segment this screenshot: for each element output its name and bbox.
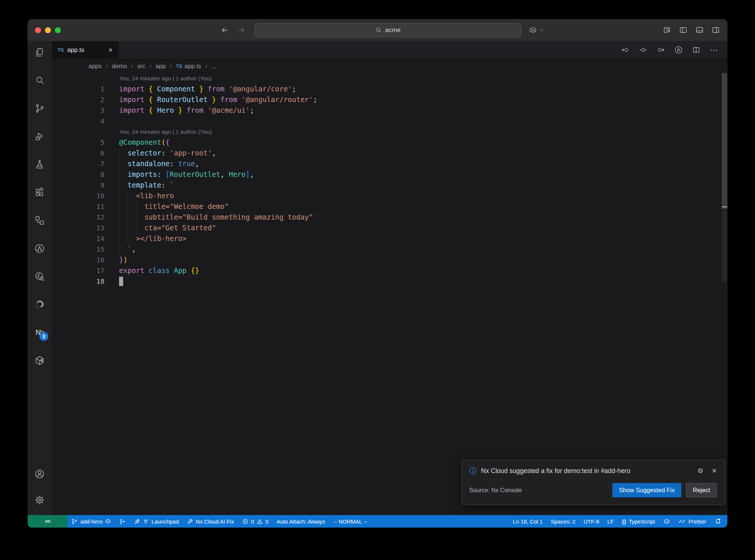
code-line[interactable]: 10 <lib-hero — [52, 190, 727, 201]
encoding-item[interactable]: UTF-8 — [580, 515, 603, 528]
sidebar-item-graph-search[interactable] — [34, 271, 45, 282]
code-line[interactable]: 17export class App {} — [52, 265, 727, 276]
code-line[interactable]: 7 standalone: true, — [52, 158, 727, 169]
breadcrumb-item[interactable]: apps — [88, 63, 102, 70]
remote-indicator[interactable]: >< — [28, 515, 67, 528]
breadcrumb-item[interactable]: src — [137, 63, 145, 70]
notification-settings-icon[interactable]: ⚙ — [697, 467, 703, 475]
launchpad-item[interactable]: Launchpad — [130, 515, 183, 528]
show-suggested-fix-button[interactable]: Show Suggested Fix — [612, 483, 681, 497]
problems-item[interactable]: 0 0 — [238, 515, 273, 528]
breadcrumb-item[interactable]: demo — [112, 63, 127, 70]
sidebar-item-containers[interactable] — [34, 355, 45, 366]
graph-icon[interactable] — [674, 46, 683, 54]
sidebar-item-search[interactable] — [34, 75, 45, 86]
reject-button[interactable]: Reject — [686, 483, 717, 497]
files-icon — [34, 47, 45, 58]
toggle-panel-right-icon[interactable] — [711, 26, 720, 34]
code-line[interactable]: 8 imports: [RouterOutlet, Hero], — [52, 169, 727, 180]
git-graph-item[interactable] — [115, 515, 130, 528]
code-line[interactable]: 16}) — [52, 255, 727, 265]
cloud-upload-icon — [105, 518, 111, 525]
close-window-button[interactable] — [35, 27, 41, 33]
search-query: acme — [385, 27, 401, 34]
code-line[interactable]: 15 `, — [52, 244, 727, 255]
indent-guide — [128, 190, 128, 201]
notifications-bell[interactable] — [710, 515, 727, 528]
sidebar-item-workflow[interactable] — [34, 215, 45, 226]
prettier-item[interactable]: ✓✓ Prettier — [674, 515, 711, 528]
indent-guide — [119, 244, 119, 255]
code-line[interactable]: 1import { Component } from '@angular/cor… — [52, 84, 727, 94]
toggle-panel-left-icon[interactable] — [679, 26, 688, 34]
code-line[interactable]: 9 template: ` — [52, 180, 727, 190]
zoom-window-button[interactable] — [55, 27, 61, 33]
code-line[interactable]: 4 — [52, 116, 727, 126]
breadcrumb-item-file[interactable]: TS app.ts — [176, 63, 201, 70]
code-line[interactable]: 14 ></lib-hero> — [52, 233, 727, 244]
customize-layout-icon[interactable] — [663, 26, 671, 34]
sidebar-item-project-graph[interactable] — [34, 243, 45, 254]
account-button[interactable] — [34, 469, 45, 479]
line-number: 5 — [52, 137, 104, 148]
code-line[interactable]: 2import { RouterOutlet } from '@angular/… — [52, 94, 727, 105]
code-editor[interactable]: You, 24 minutes ago | 1 author (You)1imp… — [52, 73, 727, 515]
sidebar-item-explorer[interactable] — [34, 47, 45, 58]
breadcrumb-separator: › — [106, 62, 108, 70]
notification-close-icon[interactable]: ✕ — [711, 467, 717, 475]
indent-guide — [128, 201, 128, 212]
next-change-icon[interactable] — [657, 46, 665, 54]
copilot-menu[interactable] — [529, 26, 544, 34]
editor-cursor — [119, 277, 123, 286]
auto-attach-item[interactable]: Auto Attach: Always — [272, 515, 329, 528]
previous-change-icon[interactable] — [621, 46, 630, 54]
breadcrumb-item[interactable]: ... — [211, 63, 216, 70]
git-branch-item[interactable]: add-hero — [67, 515, 115, 528]
breadcrumb-item[interactable]: app — [156, 63, 166, 70]
command-center-search[interactable]: acme — [254, 23, 521, 37]
source-control-icon — [34, 103, 45, 114]
cursor-position-item[interactable]: Ln 18, Col 1 — [509, 515, 547, 528]
window-controls — [35, 27, 61, 33]
close-tab-icon[interactable]: ✕ — [108, 47, 113, 53]
navigate-forward-icon[interactable] — [237, 26, 246, 35]
code-line[interactable]: 12 subtitle="Build something amazing tod… — [52, 212, 727, 223]
code-line[interactable]: 6 selector: 'app-root', — [52, 148, 727, 158]
line-number: 14 — [52, 233, 104, 244]
eol-item[interactable]: LF — [603, 515, 618, 528]
language-mode-item[interactable]: {} TypeScript — [618, 515, 659, 528]
minimize-window-button[interactable] — [45, 27, 51, 33]
code-line[interactable]: 18 — [52, 276, 727, 287]
sidebar-item-nx-console[interactable]: N> 3 — [35, 327, 44, 338]
sidebar-item-edge-tools[interactable] — [34, 299, 45, 310]
line-number: 13 — [52, 223, 104, 233]
search-icon — [34, 75, 45, 86]
line-number — [52, 73, 104, 84]
breadcrumb-separator: › — [131, 62, 133, 70]
navigate-back-icon[interactable] — [220, 26, 229, 35]
indent-guide — [119, 233, 119, 244]
tab-app-ts[interactable]: TS app.ts ✕ — [52, 41, 119, 59]
code-line[interactable]: 13 cta="Get Started" — [52, 223, 727, 233]
scrollbar-thumb[interactable] — [722, 73, 727, 209]
nx-cloud-fix-item[interactable]: Nx Cloud AI Fix — [183, 515, 238, 528]
copilot-status-item[interactable] — [659, 515, 674, 528]
code-line[interactable]: 3import { Hero } from '@acme/ui'; — [52, 105, 727, 116]
git-graph-icon — [119, 518, 126, 525]
vim-mode-item[interactable]: -- NORMAL -- — [329, 515, 371, 528]
compare-changes-icon[interactable] — [639, 46, 647, 54]
settings-button[interactable] — [34, 495, 45, 505]
sidebar-item-testing[interactable] — [34, 159, 45, 170]
split-editor-icon[interactable] — [692, 46, 700, 54]
info-icon: ⓘ — [469, 467, 477, 475]
indentation-item[interactable]: Spaces: 2 — [547, 515, 580, 528]
line-number: 9 — [52, 180, 104, 190]
sidebar-item-run-debug[interactable] — [34, 131, 45, 142]
git-branch-icon — [72, 518, 78, 525]
toggle-panel-bottom-icon[interactable] — [695, 26, 704, 34]
code-line[interactable]: 11 title="Welcmoe demo" — [52, 201, 727, 212]
sidebar-item-source-control[interactable] — [34, 103, 45, 114]
sidebar-item-extensions[interactable] — [34, 187, 45, 198]
more-actions-icon[interactable]: ⋯ — [710, 46, 719, 54]
code-line[interactable]: 5@Component({ — [52, 137, 727, 148]
